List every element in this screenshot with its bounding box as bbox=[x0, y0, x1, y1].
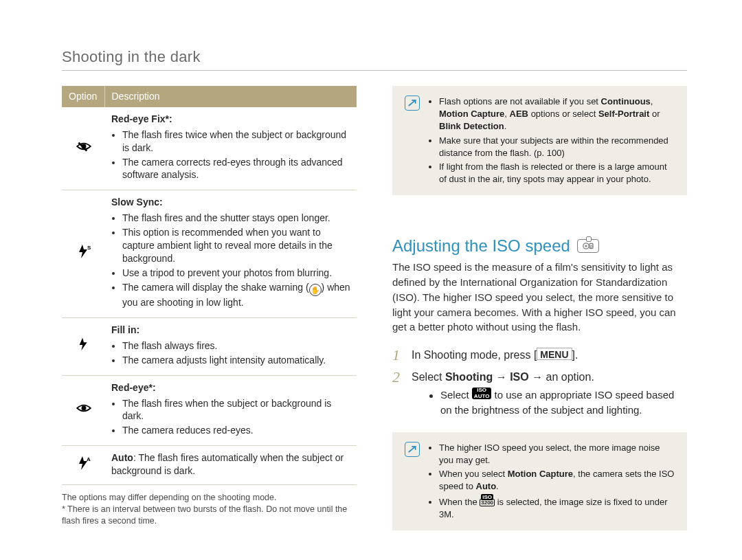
option-bullet: The flash always fires. bbox=[122, 339, 351, 352]
note-box-flash: Flash options are not available if you s… bbox=[392, 86, 687, 195]
note-bullet: When the ISO3200 is selected, the image … bbox=[439, 495, 675, 522]
page: Shooting in the dark Option Description bbox=[0, 0, 742, 560]
iso-3200-icon: ISO3200 bbox=[480, 495, 495, 506]
footnote: * There is an interval between two burst… bbox=[62, 504, 357, 527]
menu-key-label: MENU bbox=[537, 348, 572, 360]
footnote: The options may differ depending on the … bbox=[62, 492, 357, 504]
table-row: Red-eye*: The flash fires when the subje… bbox=[62, 375, 357, 446]
note-list: The higher ISO speed you select, the mor… bbox=[428, 440, 675, 523]
left-column: Option Description Red-eye Fix*: The f bbox=[62, 86, 357, 546]
note-bullet: Flash options are not available if you s… bbox=[439, 96, 675, 133]
table-row: S Slow Sync: The flash fires and the shu… bbox=[62, 190, 357, 318]
flash-auto-icon: A bbox=[62, 446, 104, 485]
option-bullet: This option is recommended when you want… bbox=[122, 226, 351, 265]
option-title: Fill in: bbox=[111, 324, 139, 335]
info-icon bbox=[405, 442, 420, 457]
svg-text:S: S bbox=[87, 245, 91, 251]
shake-warning-icon: ✋ bbox=[309, 284, 322, 296]
note-list: Flash options are not available if you s… bbox=[428, 94, 675, 187]
iso-description: The ISO speed is the measure of a film's… bbox=[392, 260, 687, 335]
cell-description: Auto: The flash fires automatically when… bbox=[104, 446, 357, 485]
table-row: Red-eye Fix*: The flash fires twice when… bbox=[62, 107, 357, 190]
cell-description: Fill in: The flash always fires. The cam… bbox=[104, 318, 357, 376]
note-bullet: If light from the flash is relected or t… bbox=[439, 161, 675, 186]
note-box-iso: The higher ISO speed you select, the mor… bbox=[392, 432, 687, 531]
cell-description: Slow Sync: The flash fires and the shutt… bbox=[104, 190, 357, 318]
option-bullet: The flash fires when the subject or back… bbox=[122, 397, 351, 423]
option-bullet: The flash fires and the shutter stays op… bbox=[122, 212, 351, 225]
svg-text:A: A bbox=[87, 456, 91, 462]
section-heading-text: Adjusting the ISO speed bbox=[392, 236, 570, 256]
iso-auto-icon: ISOAUTO bbox=[472, 388, 492, 399]
page-title: Shooting in the dark bbox=[62, 48, 687, 71]
option-bullet: The flash fires twice when the subject o… bbox=[122, 128, 351, 155]
step-text: In Shooting mode, press [MENU]. bbox=[412, 347, 578, 363]
step-sub: Select ISOAUTO to use an appropriate ISO… bbox=[428, 388, 687, 416]
option-bullet: The camera will display the shake warnin… bbox=[122, 281, 351, 309]
option-title: Slow Sync: bbox=[111, 197, 163, 208]
svg-point-2 bbox=[82, 406, 87, 411]
option-bullet: The camera adjusts light intensity autom… bbox=[122, 354, 351, 367]
flash-options-table: Option Description Red-eye Fix*: The f bbox=[62, 86, 357, 485]
flash-red-eye-fix-icon bbox=[62, 107, 104, 190]
svg-text:P: P bbox=[590, 245, 593, 249]
info-icon bbox=[405, 96, 420, 111]
th-description: Description bbox=[104, 86, 357, 107]
option-title: Red-eye Fix*: bbox=[111, 113, 172, 124]
table-row: A Auto: The flash fires automatically wh… bbox=[62, 446, 357, 485]
option-inline-text: : The flash fires automatically when the… bbox=[111, 452, 344, 476]
step-text: Select Shooting → ISO → an option. Selec… bbox=[412, 369, 687, 417]
option-bullet: The camera corrects red-eyes through its… bbox=[122, 156, 351, 182]
flash-red-eye-icon bbox=[62, 375, 104, 446]
step-sub-bullet: Select ISOAUTO to use an appropriate ISO… bbox=[440, 388, 687, 416]
flash-slow-sync-icon: S bbox=[62, 190, 104, 318]
steps-list: 1 In Shooting mode, press [MENU]. 2 Sele… bbox=[392, 347, 687, 417]
note-bullet: Make sure that your subjects are within … bbox=[439, 135, 675, 159]
flash-fill-in-icon bbox=[62, 318, 104, 376]
th-option: Option bbox=[62, 86, 104, 107]
right-column: Flash options are not available if you s… bbox=[392, 86, 687, 546]
note-bullet: When you select Motion Capture, the came… bbox=[439, 468, 675, 493]
step: 1 In Shooting mode, press [MENU]. bbox=[392, 347, 687, 363]
step: 2 Select Shooting → ISO → an option. Sel… bbox=[392, 369, 687, 417]
step-number: 1 bbox=[392, 347, 405, 363]
cell-description: Red-eye Fix*: The flash fires twice when… bbox=[104, 107, 357, 190]
svg-point-5 bbox=[585, 245, 587, 247]
footnotes: The options may differ depending on the … bbox=[62, 492, 357, 527]
note-bullet: The higher ISO speed you select, the mor… bbox=[439, 442, 675, 467]
option-title: Auto bbox=[111, 452, 133, 463]
section-heading-iso: Adjusting the ISO speed P bbox=[392, 236, 687, 256]
two-column-layout: Option Description Red-eye Fix*: The f bbox=[62, 86, 687, 546]
mode-dial-p-icon: P bbox=[577, 239, 599, 253]
cell-description: Red-eye*: The flash fires when the subje… bbox=[104, 375, 357, 446]
table-row: Fill in: The flash always fires. The cam… bbox=[62, 318, 357, 376]
option-bullet: Use a tripod to prevent your photos from… bbox=[122, 267, 351, 280]
option-title: Red-eye*: bbox=[111, 382, 156, 393]
option-bullet: The camera reduces red-eyes. bbox=[122, 424, 351, 437]
step-number: 2 bbox=[392, 369, 405, 417]
